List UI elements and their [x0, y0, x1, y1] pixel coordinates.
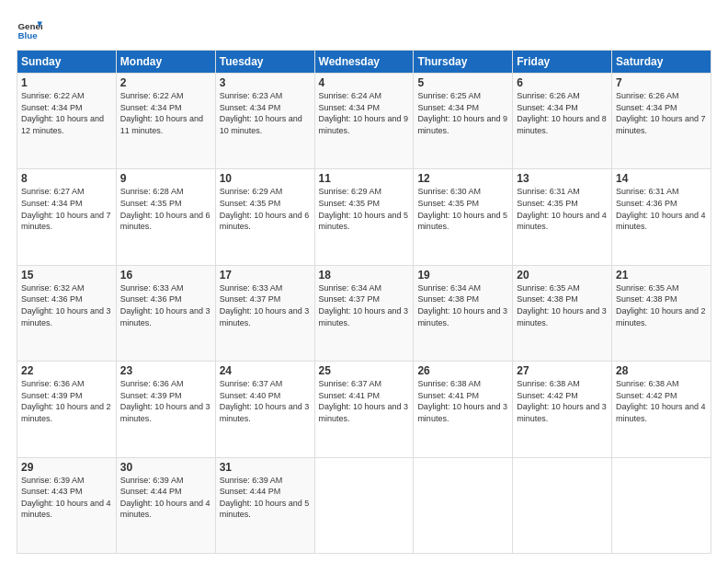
calendar-cell: 29 Sunrise: 6:39 AMSunset: 4:43 PMDaylig…: [17, 457, 117, 553]
day-info: Sunrise: 6:31 AMSunset: 4:35 PMDaylight:…: [517, 187, 607, 231]
calendar-cell: [612, 457, 711, 553]
svg-text:Blue: Blue: [17, 30, 38, 40]
day-info: Sunrise: 6:34 AMSunset: 4:38 PMDaylight:…: [417, 283, 507, 327]
day-number: 18: [319, 269, 410, 282]
day-header-wednesday: Wednesday: [314, 51, 414, 74]
calendar-cell: 21 Sunrise: 6:35 AMSunset: 4:38 PMDaylig…: [612, 265, 711, 361]
day-header-thursday: Thursday: [414, 51, 513, 74]
calendar-cell: 22 Sunrise: 6:36 AMSunset: 4:39 PMDaylig…: [17, 362, 117, 457]
day-info: Sunrise: 6:39 AMSunset: 4:44 PMDaylight:…: [120, 476, 210, 520]
calendar-cell: 24 Sunrise: 6:37 AMSunset: 4:40 PMDaylig…: [215, 362, 314, 457]
day-info: Sunrise: 6:22 AMSunset: 4:34 PMDaylight:…: [120, 91, 203, 135]
day-number: 1: [21, 76, 112, 89]
day-number: 4: [319, 76, 410, 89]
day-info: Sunrise: 6:32 AMSunset: 4:36 PMDaylight:…: [21, 283, 111, 327]
calendar-cell: 10 Sunrise: 6:29 AMSunset: 4:35 PMDaylig…: [215, 169, 314, 265]
day-info: Sunrise: 6:38 AMSunset: 4:41 PMDaylight:…: [417, 379, 507, 423]
calendar-cell: 12 Sunrise: 6:30 AMSunset: 4:35 PMDaylig…: [414, 169, 513, 265]
day-number: 6: [517, 76, 608, 89]
day-number: 12: [417, 172, 508, 185]
day-info: Sunrise: 6:35 AMSunset: 4:38 PMDaylight:…: [517, 283, 607, 327]
calendar-cell: 27 Sunrise: 6:38 AMSunset: 4:42 PMDaylig…: [513, 362, 612, 457]
day-number: 16: [120, 269, 211, 282]
day-info: Sunrise: 6:31 AMSunset: 4:36 PMDaylight:…: [616, 187, 706, 231]
calendar-cell: 17 Sunrise: 6:33 AMSunset: 4:37 PMDaylig…: [215, 265, 314, 361]
header: General Blue: [17, 17, 711, 42]
day-number: 7: [616, 76, 707, 89]
calendar-cell: 3 Sunrise: 6:23 AMSunset: 4:34 PMDayligh…: [215, 74, 314, 169]
calendar-cell: 31 Sunrise: 6:39 AMSunset: 4:44 PMDaylig…: [215, 457, 314, 553]
day-info: Sunrise: 6:38 AMSunset: 4:42 PMDaylight:…: [517, 379, 607, 423]
day-header-sunday: Sunday: [17, 51, 117, 74]
day-info: Sunrise: 6:36 AMSunset: 4:39 PMDaylight:…: [21, 379, 111, 423]
day-number: 8: [21, 172, 112, 185]
day-number: 14: [616, 172, 707, 185]
day-info: Sunrise: 6:27 AMSunset: 4:34 PMDaylight:…: [21, 187, 111, 231]
calendar-cell: 6 Sunrise: 6:26 AMSunset: 4:34 PMDayligh…: [513, 74, 612, 169]
day-info: Sunrise: 6:23 AMSunset: 4:34 PMDaylight:…: [220, 91, 302, 135]
day-number: 10: [220, 172, 311, 185]
calendar: SundayMondayTuesdayWednesdayThursdayFrid…: [17, 50, 711, 554]
day-info: Sunrise: 6:29 AMSunset: 4:35 PMDaylight:…: [319, 187, 409, 231]
day-info: Sunrise: 6:25 AMSunset: 4:34 PMDaylight:…: [417, 91, 507, 135]
day-number: 28: [616, 364, 707, 377]
day-number: 13: [517, 172, 608, 185]
day-header-monday: Monday: [116, 51, 215, 74]
day-info: Sunrise: 6:33 AMSunset: 4:36 PMDaylight:…: [120, 283, 210, 327]
day-number: 2: [120, 76, 211, 89]
calendar-cell: 9 Sunrise: 6:28 AMSunset: 4:35 PMDayligh…: [116, 169, 215, 265]
day-info: Sunrise: 6:28 AMSunset: 4:35 PMDaylight:…: [120, 187, 210, 231]
calendar-cell: 28 Sunrise: 6:38 AMSunset: 4:42 PMDaylig…: [612, 362, 711, 457]
calendar-cell: 13 Sunrise: 6:31 AMSunset: 4:35 PMDaylig…: [513, 169, 612, 265]
day-number: 19: [417, 269, 508, 282]
day-info: Sunrise: 6:36 AMSunset: 4:39 PMDaylight:…: [120, 379, 210, 423]
day-info: Sunrise: 6:38 AMSunset: 4:42 PMDaylight:…: [616, 379, 706, 423]
day-info: Sunrise: 6:33 AMSunset: 4:37 PMDaylight:…: [220, 283, 310, 327]
calendar-cell: [314, 457, 414, 553]
calendar-cell: 16 Sunrise: 6:33 AMSunset: 4:36 PMDaylig…: [116, 265, 215, 361]
day-number: 17: [220, 269, 311, 282]
calendar-cell: 25 Sunrise: 6:37 AMSunset: 4:41 PMDaylig…: [314, 362, 414, 457]
day-number: 29: [21, 461, 112, 474]
day-number: 20: [517, 269, 608, 282]
day-number: 22: [21, 364, 112, 377]
day-number: 26: [417, 364, 508, 377]
day-number: 31: [220, 461, 311, 474]
page: General Blue SundayMondayTuesdayWednesda…: [0, 0, 728, 563]
day-info: Sunrise: 6:39 AMSunset: 4:44 PMDaylight:…: [220, 476, 310, 520]
logo: General Blue: [17, 17, 44, 42]
calendar-cell: 15 Sunrise: 6:32 AMSunset: 4:36 PMDaylig…: [17, 265, 117, 361]
day-number: 11: [319, 172, 410, 185]
calendar-cell: 5 Sunrise: 6:25 AMSunset: 4:34 PMDayligh…: [414, 74, 513, 169]
day-number: 23: [120, 364, 211, 377]
calendar-cell: 23 Sunrise: 6:36 AMSunset: 4:39 PMDaylig…: [116, 362, 215, 457]
day-info: Sunrise: 6:34 AMSunset: 4:37 PMDaylight:…: [319, 283, 409, 327]
day-number: 27: [517, 364, 608, 377]
day-info: Sunrise: 6:29 AMSunset: 4:35 PMDaylight:…: [220, 187, 310, 231]
day-number: 24: [220, 364, 311, 377]
day-info: Sunrise: 6:37 AMSunset: 4:40 PMDaylight:…: [220, 379, 310, 423]
calendar-cell: [513, 457, 612, 553]
day-info: Sunrise: 6:26 AMSunset: 4:34 PMDaylight:…: [517, 91, 607, 135]
day-number: 21: [616, 269, 707, 282]
day-info: Sunrise: 6:35 AMSunset: 4:38 PMDaylight:…: [616, 283, 706, 327]
day-number: 3: [220, 76, 311, 89]
logo-icon: General Blue: [17, 17, 42, 42]
day-header-friday: Friday: [513, 51, 612, 74]
calendar-cell: 7 Sunrise: 6:26 AMSunset: 4:34 PMDayligh…: [612, 74, 711, 169]
calendar-cell: [414, 457, 513, 553]
day-number: 9: [120, 172, 211, 185]
calendar-cell: 8 Sunrise: 6:27 AMSunset: 4:34 PMDayligh…: [17, 169, 117, 265]
calendar-cell: 11 Sunrise: 6:29 AMSunset: 4:35 PMDaylig…: [314, 169, 414, 265]
day-header-tuesday: Tuesday: [215, 51, 314, 74]
day-info: Sunrise: 6:39 AMSunset: 4:43 PMDaylight:…: [21, 476, 111, 520]
day-info: Sunrise: 6:37 AMSunset: 4:41 PMDaylight:…: [319, 379, 409, 423]
calendar-cell: 18 Sunrise: 6:34 AMSunset: 4:37 PMDaylig…: [314, 265, 414, 361]
day-info: Sunrise: 6:24 AMSunset: 4:34 PMDaylight:…: [319, 91, 409, 135]
day-header-saturday: Saturday: [612, 51, 711, 74]
calendar-cell: 20 Sunrise: 6:35 AMSunset: 4:38 PMDaylig…: [513, 265, 612, 361]
calendar-cell: 1 Sunrise: 6:22 AMSunset: 4:34 PMDayligh…: [17, 74, 117, 169]
calendar-cell: 14 Sunrise: 6:31 AMSunset: 4:36 PMDaylig…: [612, 169, 711, 265]
calendar-cell: 30 Sunrise: 6:39 AMSunset: 4:44 PMDaylig…: [116, 457, 215, 553]
calendar-cell: 26 Sunrise: 6:38 AMSunset: 4:41 PMDaylig…: [414, 362, 513, 457]
